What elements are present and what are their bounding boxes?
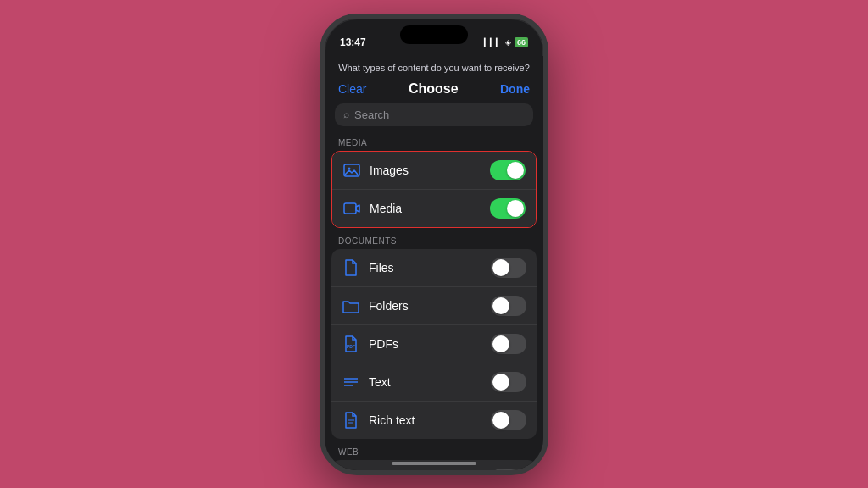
pdfs-toggle-knob [492, 336, 509, 352]
search-icon: ⌕ [343, 108, 349, 120]
header-row: Clear Choose Done [325, 78, 543, 103]
text-toggle-knob [492, 374, 509, 391]
folders-row: Folders [331, 286, 537, 324]
text-label: Text [369, 375, 482, 389]
richtext-row: Rich text [331, 401, 537, 439]
pdfs-icon: PDF [342, 335, 360, 353]
battery-badge: 66 [515, 37, 528, 47]
images-toggle-knob [507, 162, 524, 179]
files-toggle-knob [492, 259, 509, 276]
safari-toggle[interactable] [491, 469, 526, 470]
pdfs-label: PDFs [369, 337, 482, 351]
richtext-toggle[interactable] [491, 410, 526, 430]
media-row: Media [332, 189, 536, 227]
clear-button[interactable]: Clear [338, 82, 366, 96]
media-label: Media [370, 202, 481, 215]
text-toggle[interactable] [491, 372, 526, 392]
status-icons: ▎▎▎ ◈ 66 [484, 37, 528, 47]
home-indicator [392, 462, 476, 465]
phone-frame: 13:47 ▎▎▎ ◈ 66 What types of content do … [320, 14, 548, 475]
media-toggle[interactable] [490, 198, 526, 219]
documents-section: Files Folders [331, 249, 537, 439]
media-section-label: MEDIA [325, 135, 543, 151]
images-row: Images [332, 152, 536, 189]
documents-section-label-wrapper: DOCUMENTS [325, 233, 543, 249]
search-placeholder: Search [354, 108, 389, 121]
media-icon [342, 199, 361, 218]
files-toggle[interactable] [491, 258, 526, 278]
web-section-label: WEB [325, 444, 543, 460]
search-bar[interactable]: ⌕ Search [335, 103, 533, 126]
safari-icon [342, 469, 360, 470]
images-toggle[interactable] [490, 160, 526, 180]
done-button[interactable]: Done [500, 82, 530, 96]
svg-rect-2 [344, 203, 356, 214]
question-text: What types of content do you want to rec… [325, 56, 543, 78]
wifi-icon: ◈ [505, 38, 511, 47]
richtext-toggle-knob [492, 412, 509, 429]
files-icon [342, 258, 360, 277]
folders-icon [342, 297, 360, 315]
choose-title: Choose [409, 81, 459, 97]
richtext-icon [342, 411, 360, 430]
images-label: Images [370, 164, 481, 177]
richtext-label: Rich text [369, 413, 482, 427]
text-row: Text [331, 363, 537, 401]
folders-toggle-knob [492, 297, 509, 314]
web-section-label-wrapper: WEB [325, 444, 543, 460]
media-section-label-wrapper: MEDIA [325, 135, 543, 151]
signal-icon: ▎▎▎ [484, 38, 502, 47]
pdfs-row: PDF PDFs [331, 324, 537, 363]
dynamic-island [400, 25, 468, 44]
folders-label: Folders [369, 299, 482, 313]
status-time: 13:47 [340, 36, 366, 48]
pdfs-toggle[interactable] [491, 334, 526, 354]
folders-toggle[interactable] [491, 296, 526, 316]
documents-section-label: DOCUMENTS [325, 233, 543, 249]
images-icon [342, 161, 361, 180]
media-section: Images Media [331, 151, 537, 228]
files-label: Files [369, 261, 482, 274]
files-row: Files [331, 249, 537, 286]
svg-text:PDF: PDF [347, 344, 355, 349]
media-toggle-knob [507, 200, 524, 217]
svg-point-1 [348, 167, 351, 169]
text-icon [342, 373, 360, 391]
screen-content: What types of content do you want to rec… [325, 56, 543, 470]
